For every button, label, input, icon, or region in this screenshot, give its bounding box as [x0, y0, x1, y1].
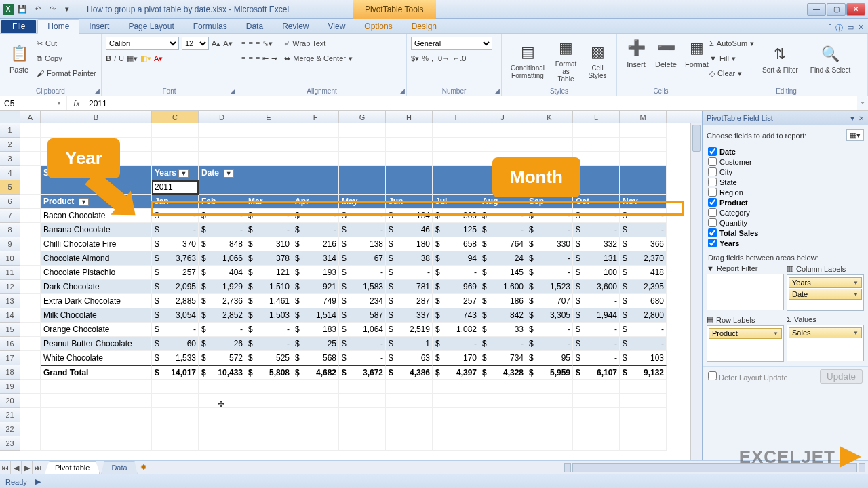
- field-checkbox[interactable]: [708, 157, 717, 166]
- cell[interactable]: $2,370: [620, 251, 667, 266]
- cell[interactable]: [292, 123, 339, 138]
- cell[interactable]: $95: [526, 351, 573, 365]
- cell[interactable]: $4,328: [479, 365, 526, 380]
- tab-nav-first-icon[interactable]: ⏮: [0, 461, 11, 474]
- align-left-icon[interactable]: ≡: [241, 54, 245, 62]
- cell[interactable]: [433, 394, 479, 408]
- cell[interactable]: $-: [620, 323, 667, 337]
- cell[interactable]: [386, 394, 433, 408]
- cell[interactable]: $1: [386, 337, 433, 351]
- delete-button[interactable]: ➖Delete: [651, 36, 681, 70]
- cell[interactable]: $2,885: [152, 294, 199, 308]
- tab-file[interactable]: File: [1, 20, 36, 33]
- row-header[interactable]: 12: [0, 280, 20, 294]
- row-header[interactable]: 19: [0, 380, 20, 394]
- cell[interactable]: [433, 380, 479, 394]
- cell[interactable]: [386, 408, 433, 422]
- cell[interactable]: $180: [386, 237, 433, 251]
- cell[interactable]: [245, 408, 292, 422]
- macro-icon[interactable]: ▶: [35, 477, 41, 486]
- fill-button[interactable]: Fill: [719, 54, 729, 62]
- cell[interactable]: $-: [199, 209, 245, 223]
- cell[interactable]: [199, 123, 245, 138]
- cell[interactable]: [20, 422, 41, 436]
- cell[interactable]: [20, 152, 41, 166]
- cell[interactable]: $3,054: [152, 308, 199, 323]
- cell[interactable]: White Chocolate: [41, 351, 152, 365]
- align-right-icon[interactable]: ≡: [256, 54, 260, 62]
- align-bottom-icon[interactable]: ≡: [256, 39, 260, 47]
- dialog-launcher-icon[interactable]: ◢: [231, 87, 235, 94]
- cell[interactable]: [20, 280, 41, 294]
- formula-input[interactable]: [86, 98, 857, 110]
- cell[interactable]: $186: [479, 294, 526, 308]
- cell[interactable]: [20, 237, 41, 251]
- row-header[interactable]: 6: [0, 195, 20, 209]
- cell[interactable]: $24: [479, 251, 526, 266]
- percent-icon[interactable]: %: [422, 54, 429, 62]
- row-header[interactable]: 7: [0, 209, 20, 223]
- cell[interactable]: [433, 152, 479, 166]
- field-checkbox[interactable]: [708, 188, 717, 197]
- cell[interactable]: [386, 123, 433, 138]
- cell[interactable]: [20, 209, 41, 223]
- cell[interactable]: $10,433: [199, 365, 245, 380]
- cell[interactable]: $-: [152, 223, 199, 237]
- cell[interactable]: $-: [573, 351, 620, 365]
- cell[interactable]: [526, 408, 573, 422]
- cell[interactable]: $1,523: [526, 280, 573, 294]
- cell[interactable]: [245, 436, 292, 451]
- defer-layout-checkbox[interactable]: Defer Layout Update: [708, 371, 788, 382]
- tab-nav-prev-icon[interactable]: ◀: [11, 461, 22, 474]
- cell[interactable]: [620, 123, 667, 138]
- cell[interactable]: $-: [292, 209, 339, 223]
- cell[interactable]: [479, 123, 526, 138]
- shrink-font-icon[interactable]: A▾: [223, 39, 232, 48]
- cell[interactable]: $183: [292, 323, 339, 337]
- autosum-button[interactable]: AutoSum: [717, 39, 747, 47]
- cell[interactable]: $100: [573, 266, 620, 280]
- cell[interactable]: [573, 408, 620, 422]
- cell[interactable]: [152, 380, 199, 394]
- cell[interactable]: $2,395: [620, 280, 667, 294]
- scrollbar-thumb[interactable]: [692, 125, 701, 152]
- field-list-item[interactable]: Region: [708, 187, 863, 197]
- cell[interactable]: $125: [433, 223, 479, 237]
- row-header[interactable]: 17: [0, 351, 20, 365]
- cell[interactable]: $1,514: [292, 308, 339, 323]
- cell[interactable]: Chocolate Pistachio: [41, 266, 152, 280]
- cell[interactable]: May: [339, 195, 386, 209]
- cell[interactable]: $-: [339, 223, 386, 237]
- maximize-button[interactable]: ▢: [827, 3, 846, 16]
- cell[interactable]: $-: [199, 223, 245, 237]
- cell[interactable]: $257: [152, 266, 199, 280]
- area-item-dropdown-icon[interactable]: ▼: [853, 280, 859, 286]
- undo-icon[interactable]: ↶: [31, 3, 43, 16]
- cell[interactable]: $-: [573, 323, 620, 337]
- cell[interactable]: [433, 408, 479, 422]
- column-header[interactable]: G: [339, 111, 386, 123]
- cell[interactable]: $134: [386, 209, 433, 223]
- cell[interactable]: $4,682: [292, 365, 339, 380]
- cell[interactable]: Oct: [573, 195, 620, 209]
- row-header[interactable]: 14: [0, 308, 20, 323]
- cell[interactable]: $1,461: [245, 294, 292, 308]
- cell[interactable]: $330: [526, 237, 573, 251]
- cell[interactable]: [339, 394, 386, 408]
- underline-button[interactable]: U: [119, 54, 124, 62]
- cell[interactable]: [152, 123, 199, 138]
- cell[interactable]: [339, 436, 386, 451]
- cell[interactable]: $-: [245, 323, 292, 337]
- row-header[interactable]: 23: [0, 436, 20, 451]
- area-item-dropdown-icon[interactable]: ▼: [853, 291, 859, 298]
- cell[interactable]: $138: [339, 237, 386, 251]
- field-list-layout-button[interactable]: ▦▾: [846, 129, 864, 141]
- cell[interactable]: $310: [245, 237, 292, 251]
- tab-view[interactable]: View: [319, 20, 355, 33]
- column-header[interactable]: I: [433, 111, 479, 123]
- cell[interactable]: $-: [573, 223, 620, 237]
- cell[interactable]: Apr: [292, 195, 339, 209]
- cell[interactable]: [20, 166, 41, 180]
- minimize-button[interactable]: —: [807, 3, 826, 16]
- cell[interactable]: [20, 180, 41, 195]
